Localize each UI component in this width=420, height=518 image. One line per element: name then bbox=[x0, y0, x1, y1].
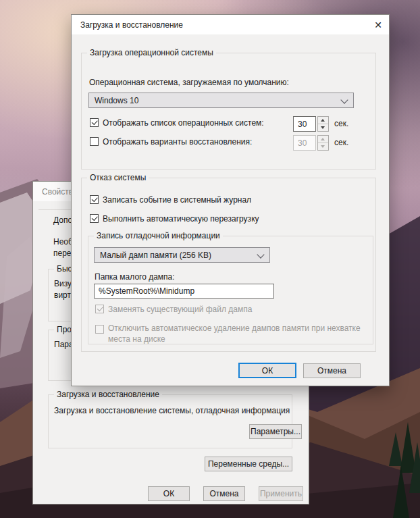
os-list-seconds-stepper[interactable] bbox=[317, 116, 329, 132]
show-recovery-options-label: Отображать варианты восстановления: bbox=[103, 137, 252, 147]
auto-restart-checkbox[interactable] bbox=[90, 214, 99, 223]
system-properties-ok-button[interactable]: ОК bbox=[148, 486, 190, 501]
no-auto-delete-label: Отключить автоматическое удаление дампов… bbox=[108, 323, 366, 344]
startup-recovery-title: Загрузка и восстановление bbox=[80, 20, 183, 30]
boot-group-label: Загрузка операционной системы bbox=[87, 48, 216, 57]
show-recovery-options-checkbox[interactable] bbox=[90, 137, 99, 146]
parameters-button[interactable]: Параметры... bbox=[249, 424, 302, 439]
default-os-value: Windows 10 bbox=[95, 96, 138, 105]
chevron-down-icon bbox=[257, 251, 264, 258]
recovery-seconds-stepper bbox=[317, 135, 329, 151]
system-failure-group-label: Отказ системы bbox=[87, 173, 149, 182]
auto-restart-label: Выполнить автоматическую перезагрузку bbox=[103, 214, 259, 224]
debug-info-group: Запись отладочной информации Малый дамп … bbox=[88, 236, 373, 344]
system-properties-apply-button: Применить bbox=[259, 486, 303, 501]
dump-folder-value: %SystemRoot%\Minidump bbox=[99, 286, 194, 296]
environment-variables-button[interactable]: Переменные среды... bbox=[205, 457, 292, 471]
recovery-seconds-unit: сек. bbox=[334, 138, 348, 147]
startup-recovery-titlebar[interactable]: Загрузка и восстановление ✕ bbox=[72, 15, 389, 34]
spin-up-icon bbox=[321, 138, 325, 140]
overwrite-dump-checkbox bbox=[95, 305, 104, 313]
overwrite-dump-label: Заменять существующий файл дампа bbox=[108, 305, 252, 314]
system-properties-cancel-button[interactable]: Отмена bbox=[203, 486, 245, 501]
boot-group: Загрузка операционной системы Операционн… bbox=[81, 53, 376, 170]
spin-down-icon bbox=[321, 145, 325, 148]
os-list-seconds-field[interactable]: 30 bbox=[293, 116, 316, 132]
recovery-seconds-field: 30 bbox=[293, 135, 316, 151]
dump-folder-label: Папка малого дампа: bbox=[95, 272, 175, 282]
spin-up-icon[interactable] bbox=[321, 119, 325, 122]
ok-button[interactable]: ОК bbox=[238, 363, 296, 378]
system-failure-group: Отказ системы Записать событие в системн… bbox=[81, 178, 376, 352]
os-list-seconds-unit: сек. bbox=[334, 119, 348, 128]
dump-type-value: Малый дамп памяти (256 KB) bbox=[100, 251, 211, 260]
startup-recovery-desc: Загрузка и восстановление системы, отлад… bbox=[54, 406, 290, 415]
chevron-down-icon bbox=[340, 96, 348, 103]
default-os-label: Операционная система, загружаемая по умо… bbox=[89, 78, 289, 87]
no-auto-delete-checkbox bbox=[95, 325, 104, 334]
spin-down-icon[interactable] bbox=[321, 126, 325, 129]
write-event-log-label: Записать событие в системный журнал bbox=[103, 195, 251, 205]
debug-info-group-label: Запись отладочной информации bbox=[94, 231, 223, 240]
cancel-button[interactable]: Отмена bbox=[303, 363, 361, 378]
show-os-list-checkbox[interactable] bbox=[90, 118, 99, 127]
startup-recovery-group-label: Загрузка и восстановление bbox=[54, 390, 162, 399]
show-os-list-label: Отображать список операционных систем: bbox=[103, 118, 264, 128]
write-event-log-checkbox[interactable] bbox=[90, 195, 99, 204]
dump-folder-input[interactable]: %SystemRoot%\Minidump bbox=[94, 284, 274, 299]
dump-type-combobox[interactable]: Малый дамп памяти (256 KB) bbox=[94, 247, 270, 263]
close-icon[interactable]: ✕ bbox=[367, 15, 389, 34]
default-os-combobox[interactable]: Windows 10 bbox=[88, 93, 354, 108]
startup-recovery-group: Загрузка и восстановление Загрузка и вос… bbox=[48, 394, 292, 448]
startup-recovery-dialog: Загрузка и восстановление ✕ Загрузка опе… bbox=[71, 14, 390, 386]
